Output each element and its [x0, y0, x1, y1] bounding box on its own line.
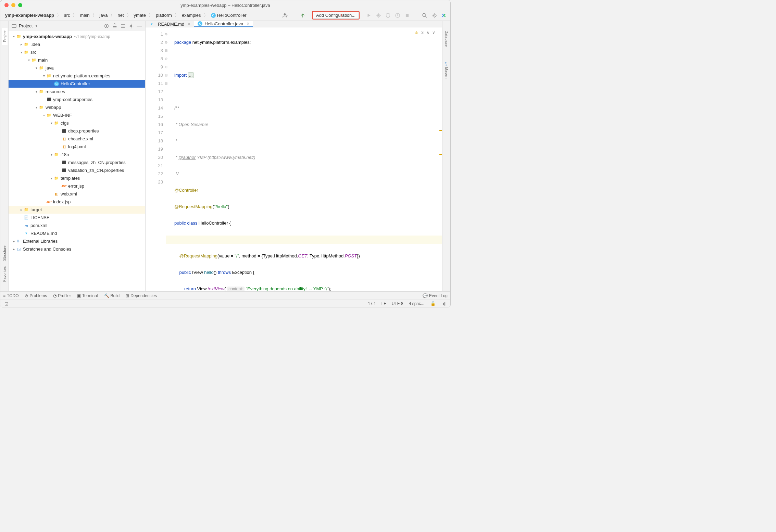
maven-tool-button[interactable]: mMaven: [444, 60, 449, 81]
breadcrumb-src[interactable]: src: [63, 12, 71, 18]
code-with-me-icon[interactable]: [441, 12, 447, 18]
vcs-update-icon[interactable]: [300, 12, 306, 18]
build-tool-button[interactable]: 🔨 Build: [104, 293, 120, 298]
tree-scratch[interactable]: ▸◳Scratches and Consoles: [9, 245, 145, 253]
tree-val-zh[interactable]: ⬛validation_zh_CN.properties: [9, 166, 145, 174]
debug-button[interactable]: [375, 12, 381, 18]
project-panel: Project ▼ — ▾📁ymp-examples-webapp~/Temp/…: [9, 21, 146, 291]
problems-tool-button[interactable]: ⊘ Problems: [25, 293, 47, 298]
project-tool-button[interactable]: Project: [2, 28, 8, 45]
tree-java[interactable]: ▾📁java: [9, 64, 145, 72]
code-content[interactable]: package net.ymate.platform.examples; imp…: [166, 27, 442, 291]
profiler-tool-button[interactable]: ◔ Profiler: [53, 293, 71, 298]
tree-root[interactable]: ▾📁ymp-examples-webapp~/Temp/ymp-examp: [9, 33, 145, 40]
add-configuration-button[interactable]: Add Configuration...1: [312, 11, 360, 20]
tree-cfgs[interactable]: ▾📁cfgs: [9, 119, 145, 127]
tree-readme[interactable]: ▾README.md: [9, 229, 145, 237]
readonly-toggle-icon[interactable]: 🔓: [430, 301, 436, 307]
tree-main[interactable]: ▾📁main: [9, 56, 145, 64]
tree-package[interactable]: ▾📁net.ymate.platform.examples: [9, 72, 145, 80]
user-add-icon[interactable]: [282, 12, 288, 18]
favorites-tool-button[interactable]: Favorites: [2, 264, 7, 284]
window-close-button[interactable]: [4, 3, 9, 7]
code-editor[interactable]: 123891011121314151617181920212223 ⊕⊖⊟⊖⊖⊟…: [146, 27, 442, 291]
chevron-down-icon[interactable]: ▼: [35, 24, 38, 28]
close-icon[interactable]: ×: [247, 21, 249, 26]
tree-ymp-conf[interactable]: ⬛ymp-conf.properties: [9, 96, 145, 103]
line-separator[interactable]: LF: [381, 301, 386, 306]
eventlog-tool-button[interactable]: 💬 Event Log: [423, 293, 448, 298]
prev-highlight-icon[interactable]: ∧: [426, 30, 429, 35]
breadcrumb-main[interactable]: main: [78, 12, 91, 18]
tree-target[interactable]: ▸📁target: [9, 206, 145, 214]
breadcrumb-class[interactable]: CHelloController: [210, 12, 248, 19]
dependencies-tool-button[interactable]: ⊞ Dependencies: [126, 293, 157, 298]
todo-tool-button[interactable]: ≡ TODO: [3, 293, 18, 298]
caret-position[interactable]: 17:1: [368, 301, 376, 306]
settings-icon[interactable]: [431, 12, 437, 18]
structure-tool-button[interactable]: Structure: [2, 243, 7, 264]
tree-i18n[interactable]: ▾📁i18n: [9, 151, 145, 159]
window-minimize-button[interactable]: [11, 3, 15, 7]
tree-pom[interactable]: mpom.xml: [9, 221, 145, 229]
panel-settings-icon[interactable]: [128, 23, 134, 29]
tab-hellocontroller[interactable]: C HelloController.java ×: [194, 21, 253, 27]
tree-indexjsp[interactable]: JSPindex.jsp: [9, 198, 145, 206]
breadcrumb-ymate[interactable]: ymate: [133, 12, 147, 18]
tree-errorjsp[interactable]: JSPerror.jsp: [9, 182, 145, 190]
tree-msg-zh[interactable]: ⬛messages_zh_CN.properties: [9, 159, 145, 166]
tree-webxml[interactable]: ◧web.xml: [9, 190, 145, 198]
project-icon: [11, 23, 17, 29]
expand-all-icon[interactable]: [112, 23, 118, 29]
breadcrumb-java[interactable]: java: [98, 12, 109, 18]
main-toolbar: ymp-examples-webapp 〉 src 〉 main 〉 java …: [0, 10, 450, 21]
window-maximize-button[interactable]: [18, 3, 22, 7]
tree-dbcp[interactable]: ⬛dbcp.properties: [9, 127, 145, 135]
scratch-icon: ◳: [16, 246, 22, 252]
breadcrumb-platform[interactable]: platform: [154, 12, 173, 18]
tree-ext-libs[interactable]: ▸⊪External Libraries: [9, 237, 145, 245]
project-label[interactable]: Project: [19, 23, 33, 28]
file-encoding[interactable]: UTF-8: [392, 301, 403, 306]
coverage-button[interactable]: [385, 12, 391, 18]
tree-log4j[interactable]: ◧log4j.xml: [9, 143, 145, 151]
tree-ehcache[interactable]: ◧ehcache.xml: [9, 135, 145, 143]
tree-templates[interactable]: ▾📁templates: [9, 174, 145, 182]
xml-icon: ◧: [61, 144, 67, 150]
class-icon: C: [54, 81, 59, 86]
tree-resources[interactable]: ▾📁resources: [9, 88, 145, 96]
line-gutter[interactable]: 123891011121314151617181920212223: [146, 27, 166, 291]
breadcrumb-root[interactable]: ymp-examples-webapp: [4, 12, 55, 18]
database-tool-button[interactable]: Database: [444, 28, 449, 49]
tab-readme[interactable]: ▾ README.md ×: [146, 21, 194, 27]
tree-idea[interactable]: ▸📁.idea: [9, 40, 145, 48]
collapse-all-icon[interactable]: [120, 23, 126, 29]
next-highlight-icon[interactable]: ∨: [432, 30, 435, 35]
error-stripe[interactable]: [439, 27, 442, 291]
run-button[interactable]: [366, 12, 372, 18]
svg-point-4: [423, 13, 426, 16]
close-icon[interactable]: ×: [188, 21, 190, 27]
tree-webinf[interactable]: ▾📁WEB-INF: [9, 111, 145, 119]
tree-webapp[interactable]: ▾📁webapp: [9, 103, 145, 111]
tree-src[interactable]: ▾📁src: [9, 48, 145, 56]
tree-hellocontroller[interactable]: CHelloController: [9, 80, 145, 88]
tool-windows-icon[interactable]: ◲: [3, 301, 9, 307]
inspection-badge[interactable]: ⚠3 ∧ ∨: [413, 29, 437, 36]
terminal-tool-button[interactable]: ▣ Terminal: [77, 293, 98, 298]
tree-license[interactable]: 📄LICENSE: [9, 214, 145, 221]
search-icon[interactable]: [422, 12, 428, 18]
class-icon: C: [198, 21, 202, 26]
memory-indicator-icon[interactable]: ◐: [441, 301, 448, 307]
locate-icon[interactable]: [103, 23, 110, 29]
highlight-marker: 1: [340, 13, 342, 17]
hide-panel-icon[interactable]: —: [136, 23, 142, 29]
breadcrumb-net[interactable]: net: [116, 12, 125, 18]
svg-point-8: [106, 25, 107, 26]
breadcrumb-examples[interactable]: examples: [180, 12, 202, 18]
profile-button[interactable]: [395, 12, 401, 18]
svg-point-5: [434, 15, 435, 16]
stop-button[interactable]: [404, 12, 410, 18]
indent-config[interactable]: 4 spac...: [409, 301, 424, 306]
project-tree[interactable]: ▾📁ymp-examples-webapp~/Temp/ymp-examp ▸📁…: [9, 31, 145, 291]
